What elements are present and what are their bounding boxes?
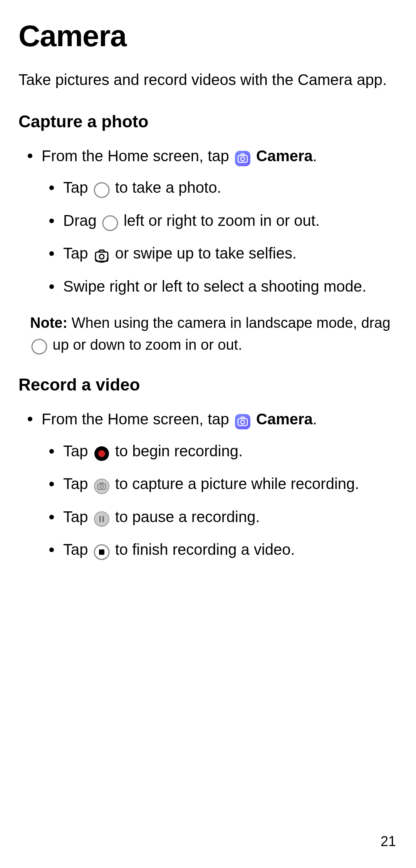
svg-point-12	[98, 450, 105, 457]
switch-camera-icon	[93, 244, 110, 265]
text: to finish recording a video.	[111, 541, 295, 558]
svg-point-4	[103, 216, 117, 230]
camera-app-icon	[234, 146, 251, 168]
note-label: Note:	[30, 315, 67, 331]
list-item: Tap to begin recording.	[42, 441, 398, 462]
list-item: Tap to pause a recording.	[42, 506, 398, 528]
text: When using the camera in landscape mode,…	[67, 315, 391, 331]
page-number: 21	[381, 833, 396, 850]
list-item: Tap to capture a picture while recording…	[42, 473, 398, 495]
stop-icon	[93, 540, 110, 561]
record-sublist: Tap to begin recording. Tap to captu	[42, 441, 398, 561]
text: Tap	[63, 245, 92, 262]
text: Drag	[63, 212, 101, 229]
list-item: Tap to take a photo.	[42, 177, 398, 199]
text: From the Home screen, tap	[42, 147, 233, 164]
capture-list: From the Home screen, tap Camera. Tap	[18, 145, 398, 297]
text: left or right to zoom in or out.	[119, 212, 320, 229]
list-item: Drag left or right to zoom in or out.	[42, 210, 398, 232]
section-heading-record: Record a video	[18, 375, 398, 394]
pause-icon	[93, 507, 110, 528]
svg-point-6	[99, 254, 104, 259]
text: up or down to zoom in or out.	[49, 337, 242, 353]
svg-rect-18	[102, 516, 104, 522]
list-item: From the Home screen, tap Camera. Tap	[18, 145, 398, 297]
svg-point-7	[32, 339, 47, 354]
svg-rect-0	[235, 151, 250, 166]
text: to pause a recording.	[111, 508, 260, 525]
capture-while-recording-icon	[93, 475, 110, 496]
text: .	[313, 411, 317, 427]
list-item: Tap or swipe up to take selfies.	[42, 243, 398, 265]
text: Tap	[63, 179, 92, 196]
text: Tap	[63, 541, 92, 558]
text: Swipe right or left to select a shooting…	[63, 278, 366, 295]
text-bold: Camera	[256, 411, 313, 427]
camera-app-icon	[234, 410, 251, 431]
svg-point-16	[94, 512, 109, 526]
list-item: Swipe right or left to select a shooting…	[42, 276, 398, 297]
page-title: Camera	[18, 18, 398, 53]
shutter-circle-icon	[102, 211, 119, 232]
record-icon	[93, 442, 110, 462]
capture-sublist: Tap to take a photo. Drag left or right …	[42, 177, 398, 296]
record-list: From the Home screen, tap Camera. Tap to…	[18, 408, 398, 561]
text: or swipe up to take selfies.	[111, 245, 297, 262]
list-item: From the Home screen, tap Camera. Tap to…	[18, 408, 398, 561]
svg-point-13	[94, 479, 109, 494]
intro-text: Take pictures and record videos with the…	[18, 69, 398, 90]
note-block: Note: When using the camera in landscape…	[18, 312, 398, 357]
text: to take a photo.	[111, 179, 221, 196]
text: to capture a picture while recording.	[111, 475, 359, 492]
shutter-circle-icon	[31, 335, 48, 357]
text-bold: Camera	[256, 147, 313, 164]
svg-point-3	[94, 183, 109, 197]
text: From the Home screen, tap	[42, 411, 233, 427]
text: .	[313, 147, 317, 164]
svg-rect-8	[235, 414, 250, 429]
svg-rect-20	[99, 549, 104, 555]
text: Tap	[63, 442, 92, 459]
svg-rect-17	[99, 516, 101, 522]
svg-rect-5	[96, 252, 108, 261]
section-heading-capture: Capture a photo	[18, 112, 398, 131]
text: Tap	[63, 508, 92, 525]
text: Tap	[63, 475, 92, 492]
shutter-circle-icon	[93, 179, 110, 199]
list-item: Tap to finish recording a video.	[42, 539, 398, 561]
text: to begin recording.	[111, 442, 243, 459]
